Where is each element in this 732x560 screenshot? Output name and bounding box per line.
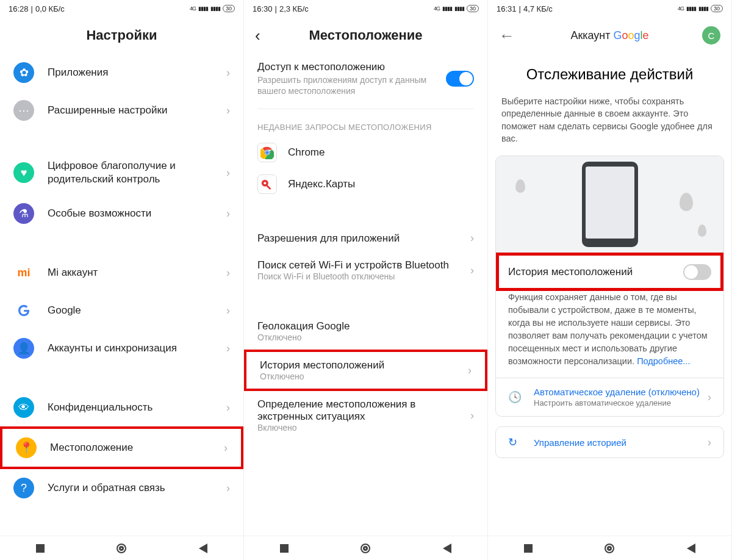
accounts-icon: 👤 [13,338,34,359]
recent-app-chrome[interactable]: Chrome [244,137,487,168]
location-icon: 📍 [16,437,37,458]
row-help[interactable]: ? Услуги и обратная связь › [0,469,243,507]
chevron-right-icon: › [226,167,230,179]
back-button[interactable]: ← [499,26,517,45]
nav-recent-icon[interactable] [280,544,289,553]
nav-home-icon[interactable] [605,544,614,553]
apps-icon: ✿ [13,62,34,83]
header: Настройки [0,17,243,54]
battery-icon: 30 [467,5,479,12]
pin-icon [680,193,693,211]
row-accessibility[interactable]: ⚗ Особые возможности › [0,195,243,232]
row-auto-delete[interactable]: 🕓 Автоматическое удаление (отключено) На… [496,378,723,416]
row-location-history[interactable]: История местоположений Отключено › [244,350,487,391]
learn-more-link[interactable]: Подробнее... [637,356,690,366]
status-time: 16:30 [253,4,273,13]
chevron-right-icon: › [470,232,474,245]
network-icon: 4G [434,5,440,12]
signal-icon-2: ▮▮▮▮ [454,5,464,12]
chevron-right-icon: › [470,264,474,277]
history-icon: ↻ [508,436,525,449]
page-title: Аккаунт Google [517,29,702,42]
chevron-right-icon: › [226,207,230,220]
nav-back-icon[interactable] [443,544,451,553]
android-navbar [244,536,487,560]
nav-recent-icon[interactable] [36,544,45,553]
row-privacy[interactable]: 👁 Конфиденциальность › [0,389,243,426]
google-account-panel: 16:31 | 4,7 КБ/с 4G ▮▮▮▮ ▮▮▮▮ 30 ← Аккау… [488,0,732,560]
chevron-right-icon: › [708,391,711,404]
network-icon: 4G [190,5,196,12]
status-time: 16:28 [9,4,29,13]
chevron-right-icon: › [226,267,230,279]
row-manage-history[interactable]: ↻ Управление историей › [496,427,723,458]
location-access-toggle-row[interactable]: Доступ к местоположению Разрешить прилож… [244,54,487,104]
row-app-permissions[interactable]: Разрешения для приложений › [244,224,487,252]
status-bar: 16:28 | 0,0 КБ/с 4G ▮▮▮▮ ▮▮▮▮ 30 [0,0,243,17]
chevron-right-icon: › [226,482,230,495]
row-advanced[interactable]: ⋯ Расширенные настройки › [0,92,243,129]
yandex-maps-icon [257,174,277,194]
section-title: Отслеживание действий [488,54,731,95]
advanced-icon: ⋯ [13,100,34,121]
battery-icon: 30 [223,5,235,12]
location-panel: 16:30 | 2,3 КБ/с 4G ▮▮▮▮ ▮▮▮▮ 30 ‹ Место… [244,0,488,560]
signal-icon-2: ▮▮▮▮ [698,5,708,12]
pin-icon [698,224,706,237]
mi-icon: mi [13,262,34,283]
location-history-switch[interactable] [683,264,711,280]
row-apps[interactable]: ✿ Приложения › [0,54,243,92]
row-wellbeing[interactable]: ♥ Цифровое благополучие и родительский к… [0,151,243,195]
row-mi-account[interactable]: mi Mi аккаунт › [0,254,243,292]
recent-requests-header: НЕДАВНИЕ ЗАПРОСЫ МЕСТОПОЛОЖЕНИЯ [244,114,487,137]
back-button[interactable]: ‹ [255,26,273,45]
page-title: Настройки [11,27,232,43]
nav-recent-icon[interactable] [524,544,533,553]
row-google[interactable]: Google › [0,292,243,329]
avatar[interactable]: С [702,26,720,45]
google-icon [13,300,34,321]
chevron-right-icon: › [226,342,230,355]
chrome-icon [257,143,277,162]
chevron-right-icon: › [226,66,230,79]
android-navbar [488,536,731,560]
chevron-right-icon: › [226,304,230,317]
row-accounts[interactable]: 👤 Аккаунты и синхронизация › [0,329,243,367]
row-location[interactable]: 📍 Местоположение › [0,426,243,469]
google-logo: Google [614,29,649,41]
android-navbar [0,536,243,560]
signal-icon-2: ▮▮▮▮ [210,5,220,12]
wellbeing-icon: ♥ [13,162,34,183]
header: ‹ Местоположение [244,17,487,54]
auto-delete-icon: 🕓 [508,390,525,404]
location-access-switch[interactable] [446,71,474,87]
status-data: 4,7 КБ/с [523,4,553,13]
status-time: 16:31 [497,4,517,13]
chevron-right-icon: › [468,364,472,377]
pin-icon [515,179,525,193]
battery-icon: 30 [711,5,723,12]
status-bar: 16:31 | 4,7 КБ/с 4G ▮▮▮▮ ▮▮▮▮ 30 [488,0,731,17]
nav-home-icon[interactable] [361,544,370,553]
chevron-right-icon: › [224,442,228,454]
location-history-toggle-row[interactable]: История местоположений [496,253,723,291]
nav-back-icon[interactable] [687,544,695,553]
status-data: 2,3 КБ/с [279,4,309,13]
row-wifi-bt-scan[interactable]: Поиск сетей Wi-Fi и устройств Bluetooth … [244,252,487,289]
recent-app-yandex-maps[interactable]: Яндекс.Карты [244,168,487,200]
help-icon: ? [13,478,34,498]
nav-home-icon[interactable] [117,544,126,553]
svg-point-5 [264,182,266,185]
row-emergency-location[interactable]: Определение местоположения в экстренных … [244,391,487,440]
signal-icon: ▮▮▮▮ [442,5,452,12]
chevron-right-icon: › [226,104,230,117]
nav-back-icon[interactable] [199,544,207,553]
chevron-right-icon: › [226,401,230,414]
row-google-geolocation[interactable]: Геолокация Google Отключено [244,313,487,350]
page-title: Местоположение [273,27,458,43]
chevron-right-icon: › [470,409,474,422]
settings-panel: 16:28 | 0,0 КБ/с 4G ▮▮▮▮ ▮▮▮▮ 30 Настрой… [0,0,244,560]
phone-illustration [582,162,638,247]
section-description: Выберите настройки ниже, чтобы сохранять… [488,95,731,156]
status-data: 0,0 КБ/с [35,4,65,13]
